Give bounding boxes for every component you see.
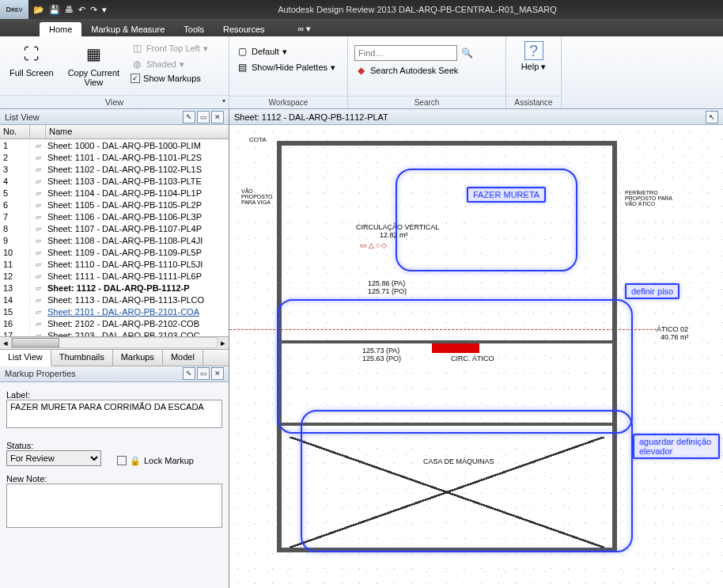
- view-tab-list[interactable]: List View: [0, 350, 51, 366]
- search-group-label: Search: [348, 96, 505, 108]
- list-row[interactable]: 15▱Sheet: 2101 - DAL-ARQ-PB-2101-COA: [0, 305, 229, 317]
- list-row[interactable]: 10▱Sheet: 1109 - DAL-ARQ-PB-1109-PL5P: [0, 246, 229, 258]
- row-no: 12: [0, 271, 30, 281]
- full-screen-button[interactable]: ⛶ Full Screen: [5, 40, 59, 79]
- tab-home[interactable]: Home: [40, 22, 81, 36]
- cube-icon: ◫: [131, 42, 143, 55]
- palettes-button[interactable]: ▤ Show/Hide Palettes ▾: [234, 60, 337, 74]
- view-tabs: List View Thumbnails Markups Model: [0, 349, 229, 366]
- sheet-icon: ▱: [30, 284, 46, 292]
- app-icon[interactable]: DREV: [0, 0, 28, 19]
- row-name: Sheet: 1000 - DAL-ARQ-PB-1000-PLIM: [46, 141, 229, 150]
- row-no: 3: [0, 165, 30, 174]
- row-name: Sheet: 2102 - DAL-ARQ-PB-2102-COB: [46, 319, 229, 328]
- palettes-icon: ▤: [236, 61, 248, 74]
- list-row[interactable]: 9▱Sheet: 1108 - DAL-ARQ-PB-1108-PL4JI: [0, 234, 229, 246]
- props-close-icon[interactable]: ✕: [211, 367, 224, 380]
- markup-props-header: Markup Properties ✎ ▭ ✕: [0, 366, 229, 382]
- row-no: 9: [0, 236, 30, 245]
- workspace-icon: ▢: [236, 45, 248, 58]
- help-icon: ?: [524, 41, 543, 60]
- row-no: 2: [0, 153, 30, 162]
- row-no: 11: [0, 260, 30, 269]
- sheet-icon: ▱: [30, 177, 46, 185]
- view-group-label[interactable]: View▾: [0, 95, 229, 108]
- status-select[interactable]: For Review: [6, 450, 101, 466]
- markup-aguardar[interactable]: aguardar definição elevador: [633, 434, 720, 459]
- front-top-left-button: ◫ Front Top Left ▾: [129, 41, 210, 55]
- list-view-header: List View ✎ ▭ ✕: [0, 109, 229, 125]
- qat-dropdown-icon[interactable]: ▾: [102, 5, 107, 15]
- list-row[interactable]: 17▱Sheet: 2103 - DAL-ARQ-PB-2103-COC: [0, 329, 229, 336]
- qat-redo-icon[interactable]: ↷: [90, 5, 97, 15]
- tab-infinity-icon[interactable]: ∞ ▾: [293, 21, 316, 36]
- help-button[interactable]: ? Help ▾: [517, 40, 551, 74]
- default-workspace-button[interactable]: ▢ Default ▾: [234, 44, 337, 59]
- find-input[interactable]: [354, 45, 457, 61]
- col-name[interactable]: Name: [46, 125, 229, 138]
- list-row[interactable]: 6▱Sheet: 1105 - DAL-ARQ-PB-1105-PL2P: [0, 199, 229, 211]
- copy-view-icon: ▦: [81, 41, 106, 66]
- seek-button[interactable]: ◆ Search Autodesk Seek: [353, 63, 475, 78]
- qat-undo-icon[interactable]: ↶: [78, 5, 85, 15]
- markup-cloud-3[interactable]: [301, 410, 633, 552]
- show-markups-checkbox[interactable]: ✓: [131, 74, 140, 83]
- qat-open-icon[interactable]: 📂: [33, 5, 44, 15]
- row-no: 5: [0, 188, 30, 198]
- tab-markup[interactable]: Markup & Measure: [81, 22, 174, 36]
- fullscreen-icon: ⛶: [19, 41, 44, 66]
- shaded-icon: ◍: [131, 58, 143, 70]
- qat-print-icon[interactable]: 🖶: [65, 5, 74, 15]
- list-row[interactable]: 2▱Sheet: 1101 - DAL-ARQ-PB-1101-PL2S: [0, 151, 229, 163]
- list-row[interactable]: 8▱Sheet: 1107 - DAL-ARQ-PB-1107-PL4P: [0, 222, 229, 234]
- view-tab-thumbs[interactable]: Thumbnails: [51, 350, 113, 366]
- tab-resources[interactable]: Resources: [214, 22, 274, 36]
- markup-fazer-mureta[interactable]: FAZER MURETA: [467, 187, 546, 203]
- list-row[interactable]: 1▱Sheet: 1000 - DAL-ARQ-PB-1000-PLIM: [0, 139, 229, 151]
- sheet-title: Sheet: 1112 - DAL-ARQ-PB-1112-PLAT: [234, 112, 388, 122]
- dim-pa: 125.86 (PA): [368, 279, 405, 287]
- list-row[interactable]: 13▱Sheet: 1112 - DAL-ARQ-PB-1112-P: [0, 282, 229, 294]
- view-tab-markups[interactable]: Markups: [113, 350, 163, 366]
- qat-save-icon[interactable]: 💾: [49, 5, 60, 15]
- markup-cloud-1[interactable]: [396, 169, 577, 271]
- atico-area: 40.76 m²: [661, 333, 689, 341]
- list-row[interactable]: 12▱Sheet: 1111 - DAL-ARQ-PB-1111-PL6P: [0, 270, 229, 282]
- list-row[interactable]: 4▱Sheet: 1103 - DAL-ARQ-PB-1103-PLTE: [0, 175, 229, 187]
- ribbon-tabs: Home Markup & Measure Tools Resources ∞ …: [0, 19, 723, 36]
- list-row[interactable]: 16▱Sheet: 2102 - DAL-ARQ-PB-2102-COB: [0, 317, 229, 329]
- lock-checkbox[interactable]: [117, 456, 127, 465]
- panel-pin-icon[interactable]: ✎: [183, 111, 195, 123]
- props-opts-icon[interactable]: ▭: [197, 367, 210, 380]
- view-tab-model[interactable]: Model: [163, 350, 203, 366]
- list-row[interactable]: 11▱Sheet: 1110 - DAL-ARQ-PB-1110-PL5JI: [0, 258, 229, 270]
- panel-close-icon[interactable]: ✕: [211, 111, 224, 123]
- list-row[interactable]: 3▱Sheet: 1102 - DAL-ARQ-PB-1102-PL1S: [0, 163, 229, 175]
- props-pin-icon[interactable]: ✎: [183, 367, 195, 380]
- row-name: Sheet: 2101 - DAL-ARQ-PB-2101-COA: [46, 307, 229, 317]
- list-row[interactable]: 5▱Sheet: 1104 - DAL-ARQ-PB-1104-PL1P: [0, 187, 229, 199]
- canvas[interactable]: CIRCULAÇÃO VERTICAL 12.82 m² ▭△○◇ 125.86…: [229, 125, 723, 588]
- label-input[interactable]: FAZER MURETA PARA CORRIMÃO DA ESCADA: [6, 400, 222, 428]
- list-row[interactable]: 14▱Sheet: 1113 - DAL-ARQ-PB-1113-PLCO: [0, 294, 229, 305]
- panel-opts-icon[interactable]: ▭: [197, 111, 210, 123]
- binoc-icon[interactable]: 🔍: [460, 47, 473, 59]
- sheet-bar: Sheet: 1112 - DAL-ARQ-PB-1112-PLAT ↖: [229, 109, 723, 125]
- row-no: 1: [0, 141, 30, 150]
- list-h-scrollbar[interactable]: ◂ ▸: [0, 336, 229, 349]
- list-row[interactable]: 7▱Sheet: 1106 - DAL-ARQ-PB-1106-PL3P: [0, 211, 229, 222]
- show-markups-button[interactable]: ✓ Show Markups: [129, 73, 210, 84]
- col-icon[interactable]: [30, 125, 46, 138]
- row-name: Sheet: 1103 - DAL-ARQ-PB-1103-PLTE: [46, 176, 229, 186]
- sheet-icon: ▱: [30, 201, 46, 209]
- title-bar: DREV 📂 💾 🖶 ↶ ↷ ▾ Autodesk Design Review …: [0, 0, 723, 19]
- copy-view-button[interactable]: ▦ Copy Current View: [63, 40, 124, 89]
- row-no: 14: [0, 295, 30, 305]
- seek-icon: ◆: [354, 64, 367, 77]
- sheet-icon: ▱: [30, 272, 46, 280]
- col-no[interactable]: No.: [0, 125, 30, 138]
- tab-tools[interactable]: Tools: [174, 22, 214, 36]
- cursor-mode-icon[interactable]: ↖: [706, 111, 718, 123]
- markup-definir-piso[interactable]: definir piso: [625, 283, 679, 299]
- newnote-input[interactable]: [6, 484, 222, 528]
